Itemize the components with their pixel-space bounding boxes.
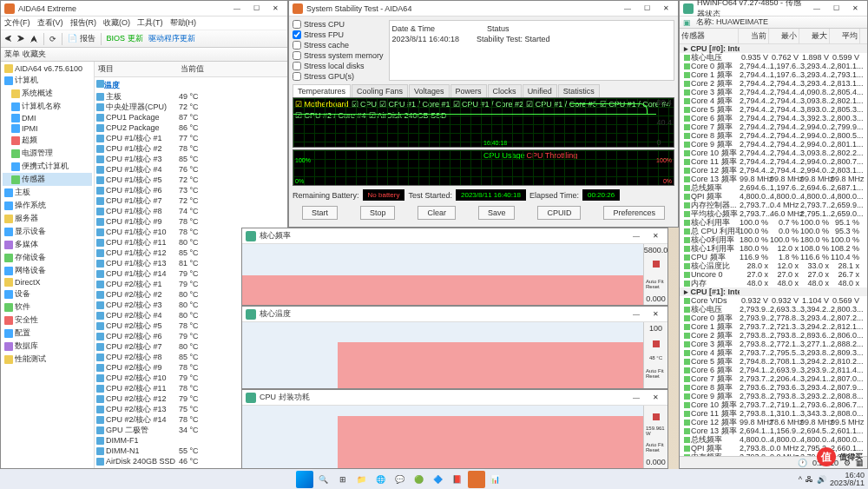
hwinfo-titlebar[interactable]: HWiNFO64 v7.27-4850 - 传感器状态 —☐✕ xyxy=(680,1,867,17)
stress-checkbox[interactable]: Stress cache xyxy=(293,41,384,50)
network-icon[interactable]: 🖧 xyxy=(806,475,813,484)
hw-row[interactable]: Core 13 频率99.8 MHz99.8 MHz99.8 MHz99.8 M… xyxy=(680,175,867,183)
stress-checkbox[interactable]: Stress system memory xyxy=(293,51,384,60)
hw-row[interactable]: Core 10 频率2,794.4...2,794.4...3,093.8...… xyxy=(680,149,867,157)
chevron-up-icon[interactable]: ^ xyxy=(799,475,802,484)
stability-tab[interactable]: Clocks xyxy=(488,84,522,97)
tree-item[interactable]: 多媒体 xyxy=(3,238,92,251)
hw-row[interactable]: Core 3 频率2,794.4...2,794.4...4,090.8...2… xyxy=(680,88,867,96)
save-button[interactable]: Save xyxy=(478,206,516,220)
close-button[interactable]: ✕ xyxy=(657,3,674,15)
app-icon[interactable]: 🔷 xyxy=(430,471,447,488)
stability-tab[interactable]: Cooling Fans xyxy=(352,84,408,97)
tree-item[interactable]: 性能测试 xyxy=(3,353,92,366)
clear-button[interactable]: Clear xyxy=(418,206,456,220)
sensor-row[interactable]: CPU1 Package87 °C xyxy=(95,112,287,122)
stress-checkbox[interactable]: Stress local disks xyxy=(293,62,384,70)
hw-row[interactable]: Core 4 频率2,794.4...2,794.4...3,093.8...2… xyxy=(680,96,867,105)
hw-col-header[interactable]: 传感器 xyxy=(680,29,739,43)
hw-row[interactable]: Core 3 频率2,793.8...2,772.1...3,277.1...2… xyxy=(680,340,867,348)
hw-row[interactable]: Core 11 频率2,793.8...1,310.1...3,343.3...… xyxy=(680,409,867,418)
hw-row[interactable]: 平均核心频率2,793.7...46.0 MHz2,795.1...2,659.… xyxy=(680,209,867,218)
hw-row[interactable]: Core 7 频率2,794.4...2,794.4...2,994.0...2… xyxy=(680,122,867,131)
tree-item[interactable]: 存储设备 xyxy=(3,251,92,264)
hw-row[interactable]: 总线频率2,694.6...1,197.6...2,694.6...2,687.… xyxy=(680,183,867,192)
sensor-row[interactable]: CPU #1/核心 #278 °C xyxy=(95,143,287,154)
stress-checkbox[interactable]: Stress GPU(s) xyxy=(293,72,384,81)
close-button[interactable]: ✕ xyxy=(647,392,664,404)
tree-item[interactable]: IPMI xyxy=(3,123,92,134)
explorer-icon[interactable]: 📁 xyxy=(353,471,371,488)
hw-row[interactable]: CPU 频率116.9 %1.8 %116.6 %110.4 % xyxy=(680,253,867,261)
stability-tab[interactable]: Statistics xyxy=(558,84,600,97)
hw-row[interactable]: Core 2 频率2,793.8...2,793.8...2,893.6...2… xyxy=(680,331,867,340)
maximize-button[interactable]: ☐ xyxy=(638,3,655,15)
maximize-button[interactable]: ☐ xyxy=(247,3,265,15)
graph-titlebar[interactable]: CPU 封装功耗—✕ xyxy=(242,390,667,406)
sensor-row[interactable]: CPU #1/核心 #673 °C xyxy=(95,185,287,195)
menu-item[interactable]: 收藏(O) xyxy=(103,17,130,29)
sensor-row[interactable]: CPU #1/核心 #385 °C xyxy=(95,154,287,164)
hw-row[interactable]: Core 4 频率2,793.7...2,795.5...3,293.8...2… xyxy=(680,348,867,357)
close-button[interactable]: ✕ xyxy=(266,3,284,15)
sensor-row[interactable]: 主板49 °C xyxy=(95,91,287,102)
tree-item[interactable]: 计算机 xyxy=(3,74,92,87)
menu-item[interactable]: 文件(F) xyxy=(4,17,30,29)
sensor-row[interactable]: CPU #1/核心 #772 °C xyxy=(95,195,287,206)
app-icon[interactable]: 📕 xyxy=(449,471,466,488)
tree-item[interactable]: 设备 xyxy=(3,287,92,301)
bios-update-link[interactable]: BIOS 更新 xyxy=(107,33,143,44)
hw-row[interactable]: 内存控制器...2,793.7...0.4 MHz2,793.7...2,659… xyxy=(680,201,867,209)
hw-row[interactable]: 总 CPU 利用率100.0 %0.0 %100.0 %95.3 % xyxy=(680,227,867,235)
tree-item[interactable]: 服务器 xyxy=(3,212,92,225)
sensor-row[interactable]: CPU #1/核心 #978 °C xyxy=(95,216,287,227)
hw-row[interactable]: Core 2 频率2,794.4...2,794.4...3,293.4...2… xyxy=(680,79,867,88)
minimize-button[interactable]: — xyxy=(619,3,636,15)
aida64-titlebar[interactable]: AIDA64 Extreme — ☐ ✕ xyxy=(1,1,287,17)
taskbar[interactable]: 🔍 ⊞ 📁 🌐 💬 🟢 🔷 📕 📊 ^ 🖧 🔊 16:402023/8/11 xyxy=(0,469,868,489)
preferences-button[interactable]: Preferences xyxy=(603,206,665,220)
app-icon[interactable]: 🟢 xyxy=(411,471,428,488)
graph-titlebar[interactable]: 核心频率—✕ xyxy=(242,228,667,244)
tree-item[interactable]: 计算机名称 xyxy=(3,100,92,113)
up-icon[interactable]: ⮝ xyxy=(30,35,38,43)
hw-row[interactable]: Core 0 频率2,794.4...1,197.6...3,293.4...2… xyxy=(680,62,867,70)
tree-item[interactable]: 系统概述 xyxy=(3,87,92,100)
tree-tabs[interactable]: 菜单 收藏夹 xyxy=(4,49,46,60)
minimize-button[interactable]: — xyxy=(628,308,645,320)
tree-item[interactable]: 数据库 xyxy=(3,340,92,353)
aida64-tree[interactable]: AIDA64 v6.75.6100 计算机系统概述计算机名称DMIIPMI超频电… xyxy=(1,62,95,468)
volume-icon[interactable]: 🔊 xyxy=(817,475,826,484)
hw-row[interactable]: 核心利用率100.0 %0.7 %100.0 %95.1 % xyxy=(680,218,867,227)
tree-root[interactable]: AIDA64 v6.75.6100 xyxy=(3,63,92,74)
sensor-row[interactable]: CPU2 Package86 °C xyxy=(95,122,287,133)
hw-row[interactable]: Core 11 频率2,794.4...2,794.4...2,994.0...… xyxy=(680,157,867,166)
edge-icon[interactable]: 🌐 xyxy=(372,471,390,488)
stability-tab[interactable]: Powers xyxy=(450,84,487,97)
hw-row[interactable]: QPI 频率4,800.0...4,800.0...4,800.0...4,80… xyxy=(680,192,867,201)
tree-item[interactable]: DirectX xyxy=(3,277,92,287)
stress-checkbox[interactable]: Stress FPU xyxy=(293,30,384,39)
maximize-button[interactable]: ☐ xyxy=(827,3,845,15)
tree-item[interactable]: 软件 xyxy=(3,301,92,314)
search-icon[interactable]: 🔍 xyxy=(315,471,332,488)
hw-row[interactable]: Core 9 频率2,794.4...2,794.4...2,994.0...2… xyxy=(680,140,867,149)
forward-icon[interactable]: ⮞ xyxy=(17,35,25,43)
hw-row[interactable]: Core 8 频率2,794.4...2,794.4...2,994.0...2… xyxy=(680,131,867,140)
hwinfo-taskbar-icon[interactable]: 📊 xyxy=(487,471,504,488)
aida64-taskbar-icon[interactable] xyxy=(468,471,485,488)
system-tray[interactable]: ^ 🖧 🔊 16:402023/8/11 xyxy=(799,472,865,487)
hw-row[interactable]: Uncore 027.0 x27.0 x27.0 x26.7 x xyxy=(680,270,867,279)
tree-item[interactable]: 电源管理 xyxy=(3,147,92,160)
start-button[interactable]: Start xyxy=(302,206,338,220)
driver-update-link[interactable]: 驱动程序更新 xyxy=(148,33,195,44)
tree-item[interactable]: 安全性 xyxy=(3,314,92,327)
minimize-button[interactable]: — xyxy=(628,230,645,242)
hw-group[interactable]: ▸ CPU [#1]: Intel Xeon E... xyxy=(680,287,867,296)
menu-item[interactable]: 报告(R) xyxy=(70,17,97,29)
stop-button[interactable]: Stop xyxy=(360,206,396,220)
stability-tab[interactable]: Temperatures xyxy=(293,84,351,97)
hw-col-header[interactable]: 当前 xyxy=(739,29,769,43)
minimize-button[interactable]: — xyxy=(808,3,825,15)
hw-row[interactable]: Core 12 频率99.8 MHz78.6 MHz99.8 MHz99.5 M… xyxy=(680,418,867,426)
